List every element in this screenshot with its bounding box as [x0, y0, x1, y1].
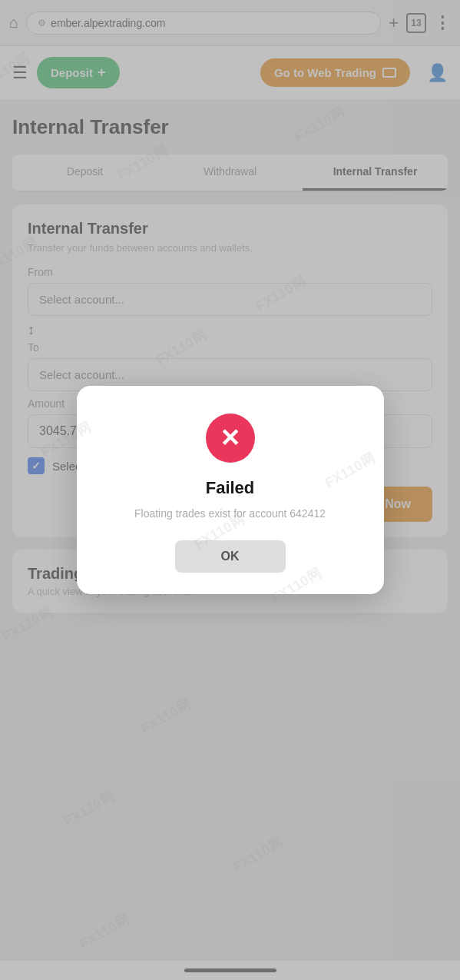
modal-overlay: ✕ Failed Floating trades exist for accou…: [0, 0, 460, 980]
ok-button[interactable]: OK: [175, 540, 286, 573]
modal-message: Floating trades exist for account 642412: [98, 506, 362, 522]
x-icon: ✕: [220, 426, 240, 450]
error-icon: ✕: [206, 414, 255, 463]
modal-box: ✕ Failed Floating trades exist for accou…: [77, 386, 384, 594]
modal-title: Failed: [98, 478, 362, 498]
